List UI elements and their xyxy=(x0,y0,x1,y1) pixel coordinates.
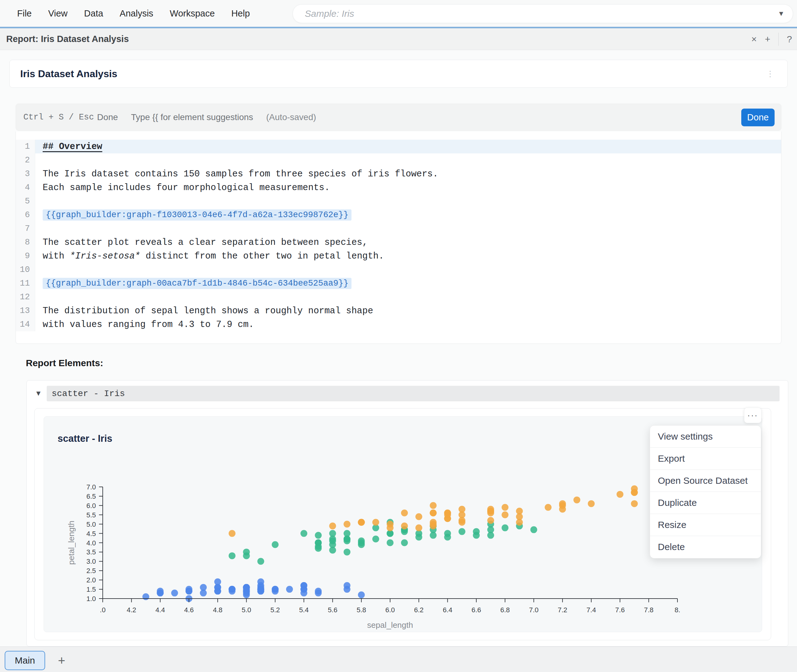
editor-line[interactable]: 4Each sample includes four morphological… xyxy=(16,181,781,194)
y-tick-label: 6.5 xyxy=(86,493,96,500)
scatter-point-virginica xyxy=(487,508,494,515)
menu-item-workspace[interactable]: Workspace xyxy=(170,8,215,19)
plus-icon[interactable]: + xyxy=(765,35,771,44)
editor-line[interactable]: 7 xyxy=(16,222,781,235)
scatter-point-versicolor xyxy=(344,549,351,555)
editor-line-text[interactable]: The scatter plot reveals a clear separat… xyxy=(35,235,781,249)
y-tick-label: 2.5 xyxy=(86,567,96,574)
graph-builder-token[interactable]: {{graph_builder:graph-00aca7bf-1d1b-4846… xyxy=(43,278,351,289)
editor-line[interactable]: 13The distribution of sepal length shows… xyxy=(16,304,781,318)
scatter-point-virginica xyxy=(329,523,336,530)
scatter-point-setosa xyxy=(344,582,351,589)
editor-line[interactable]: 8The scatter plot reveals a clear separa… xyxy=(16,235,781,249)
context-menu-item-view-settings[interactable]: View settings xyxy=(650,426,761,447)
editor-line-text[interactable]: with *Iris-setosa* distinct from the oth… xyxy=(35,249,781,263)
y-tick-label: 4.0 xyxy=(86,539,96,547)
tab-actions: × + ? xyxy=(751,28,792,50)
scatter-point-setosa xyxy=(243,588,250,595)
divider xyxy=(778,33,779,46)
line-number: 8 xyxy=(16,235,35,249)
scatter-point-setosa xyxy=(214,588,221,595)
ellipsis-icon[interactable]: ··· xyxy=(744,408,762,423)
editor-line-text[interactable] xyxy=(35,222,781,235)
editor-line-text[interactable] xyxy=(35,263,781,277)
scatter-point-virginica xyxy=(631,500,638,507)
line-number: 6 xyxy=(16,208,35,222)
element-collapse-header[interactable]: scatter - Iris xyxy=(47,386,779,402)
editor-line-text[interactable]: with values ranging from 4.3 to 7.9 cm. xyxy=(35,318,781,331)
context-menu-item-resize[interactable]: Resize xyxy=(650,514,761,536)
scatter-point-virginica xyxy=(358,519,365,526)
scatter-point-virginica xyxy=(401,523,408,530)
context-menu-item-export[interactable]: Export xyxy=(650,447,761,469)
context-menu-item-duplicate[interactable]: Duplicate xyxy=(650,491,761,514)
menu-item-file[interactable]: File xyxy=(17,8,32,19)
editor-line[interactable]: 3The Iris dataset contains 150 samples f… xyxy=(16,167,781,181)
report-tab-title[interactable]: Report: Iris Dataset Analysis xyxy=(6,28,129,50)
scatter-point-setosa xyxy=(157,590,164,597)
scatter-point-versicolor xyxy=(401,539,408,546)
menu-item-analysis[interactable]: Analysis xyxy=(120,8,153,19)
done-button[interactable]: Done xyxy=(741,109,775,126)
caret-down-icon[interactable]: ▼ xyxy=(35,389,42,398)
kebab-menu-icon[interactable]: ⋮ xyxy=(766,60,775,87)
main-menu: FileViewDataAnalysisWorkspaceHelp xyxy=(17,0,250,27)
editor-line-text[interactable]: The Iris dataset contains 150 samples fr… xyxy=(35,167,781,181)
scatter-point-versicolor xyxy=(315,539,322,546)
y-tick-label: 7.0 xyxy=(86,483,96,491)
y-tick-label: 6.0 xyxy=(86,502,96,510)
menu-item-data[interactable]: Data xyxy=(84,8,103,19)
markdown-editor[interactable]: 1## Overview23The Iris dataset contains … xyxy=(16,131,781,344)
editor-line[interactable]: 5 xyxy=(16,194,781,208)
scatter-point-setosa xyxy=(186,588,192,595)
y-tick-label: 4.5 xyxy=(86,530,96,538)
menu-item-help[interactable]: Help xyxy=(231,8,250,19)
editor-line[interactable]: 1## Overview xyxy=(16,140,781,154)
y-tick-label: 2.0 xyxy=(86,576,96,584)
editor-line[interactable]: 6{{graph_builder:graph-f1030013-04e6-4f7… xyxy=(16,208,781,222)
scatter-point-virginica xyxy=(631,489,638,496)
editor-line[interactable]: 9with *Iris-setosa* distinct from the ot… xyxy=(16,249,781,263)
scatter-point-setosa xyxy=(272,586,279,593)
editor-line-text[interactable]: {{graph_builder:graph-f1030013-04e6-4f7d… xyxy=(35,208,781,222)
editor-line[interactable]: 12 xyxy=(16,290,781,304)
add-sheet-button[interactable]: + xyxy=(53,651,70,670)
editor-line-text[interactable] xyxy=(35,154,781,167)
scatter-point-virginica xyxy=(386,525,393,531)
graph-builder-token[interactable]: {{graph_builder:graph-f1030013-04e6-4f7d… xyxy=(43,210,351,221)
editor-line[interactable]: 11{{graph_builder:graph-00aca7bf-1d1b-48… xyxy=(16,277,781,290)
y-tick-label: 1.5 xyxy=(86,586,96,593)
scatter-point-setosa xyxy=(358,591,365,598)
editor-line-text[interactable]: The distribution of sepal length shows a… xyxy=(35,304,781,318)
editor-line-text[interactable]: ## Overview xyxy=(35,140,781,154)
editor-line-text[interactable]: Each sample includes four morphological … xyxy=(35,181,781,194)
line-number: 5 xyxy=(16,194,35,208)
scatter-plot: .04.24.44.64.85.05.25.45.65.86.06.26.46.… xyxy=(47,479,707,635)
editor-line[interactable]: 10 xyxy=(16,263,781,277)
dataset-selector-placeholder: Sample: Iris xyxy=(293,8,778,19)
sheet-tab-main[interactable]: Main xyxy=(5,651,45,670)
context-menu-item-open-source-dataset[interactable]: Open Source Dataset xyxy=(650,469,761,491)
markdown-heading[interactable]: ## Overview xyxy=(43,142,102,152)
line-number: 13 xyxy=(16,304,35,318)
dropdown-caret-icon[interactable]: ▼ xyxy=(778,10,793,18)
context-menu-item-delete[interactable]: Delete xyxy=(650,536,761,558)
editor-line-text[interactable]: {{graph_builder:graph-00aca7bf-1d1b-4846… xyxy=(35,277,781,290)
x-tick-label: 7.0 xyxy=(529,606,539,614)
y-tick-label: 5.0 xyxy=(86,520,96,528)
editor-line[interactable]: 14with values ranging from 4.3 to 7.9 cm… xyxy=(16,318,781,331)
editor-line-text[interactable] xyxy=(35,290,781,304)
editor-line-text[interactable] xyxy=(35,194,781,208)
x-tick-label: 7.4 xyxy=(587,606,596,614)
editor-line[interactable]: 2 xyxy=(16,154,781,167)
menu-item-view[interactable]: View xyxy=(48,8,67,19)
close-icon[interactable]: × xyxy=(751,35,757,44)
chart-context-menu: View settingsExportOpen Source DatasetDu… xyxy=(650,425,761,558)
x-tick-label: 8. xyxy=(675,606,680,614)
dataset-selector[interactable]: Sample: Iris ▼ xyxy=(293,4,793,23)
help-icon[interactable]: ? xyxy=(787,35,792,44)
scatter-point-versicolor xyxy=(386,539,393,546)
y-tick-label: 3.5 xyxy=(86,548,96,556)
x-tick-label: 5.8 xyxy=(356,606,366,614)
scatter-point-setosa xyxy=(200,584,207,591)
